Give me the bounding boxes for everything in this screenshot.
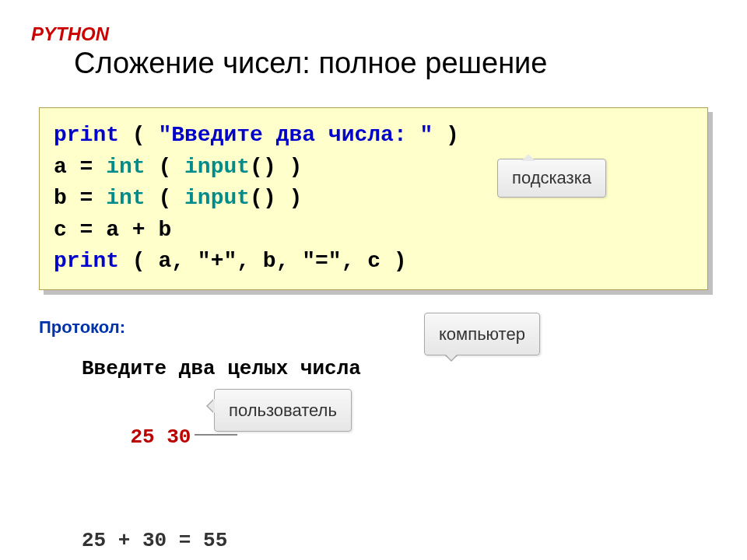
protocol-output: компьютер Введите два целых числа 25 30 … — [82, 352, 708, 558]
string-literal: "Введите два числа: " — [158, 123, 433, 147]
callout-hint: подсказка — [497, 159, 606, 198]
kw-print: print — [54, 249, 119, 273]
protocol-result: 25 + 30 = 55 — [82, 523, 708, 558]
paren: () ) — [250, 186, 302, 210]
kw-int: int — [106, 186, 145, 210]
args: ( a, "+", b, "=", c ) — [119, 249, 407, 273]
code-line-5: print ( a, "+", b, "=", c ) — [54, 246, 693, 278]
paren: ( — [119, 123, 158, 147]
callout-user: пользователь — [214, 389, 352, 432]
protocol-label: Протокол: — [39, 317, 708, 338]
kw-int: int — [106, 155, 145, 179]
kw-input: input — [184, 155, 250, 179]
kw-print: print — [54, 123, 119, 147]
protocol-input: 25 30 — [130, 420, 191, 454]
protocol-input-row: 25 30 пользователь — [82, 386, 708, 523]
callout-computer: компьютер — [424, 313, 540, 355]
kw-input: input — [184, 186, 250, 210]
paren: ) — [433, 123, 459, 147]
paren: ( — [146, 155, 184, 179]
code-line-4: c = a + b — [54, 215, 693, 247]
paren: () ) — [250, 155, 302, 179]
paren: ( — [146, 186, 184, 210]
code-block: print ( "Введите два числа: " ) a = int … — [39, 107, 708, 290]
python-label: PYTHON — [31, 23, 708, 45]
code-line-1: print ( "Введите два числа: " ) — [54, 120, 693, 152]
assign: a = — [54, 155, 106, 179]
page-title: Сложение чисел: полное решение — [74, 47, 708, 80]
assign: b = — [54, 186, 106, 210]
protocol-prompt: Введите два целых числа — [82, 352, 708, 386]
